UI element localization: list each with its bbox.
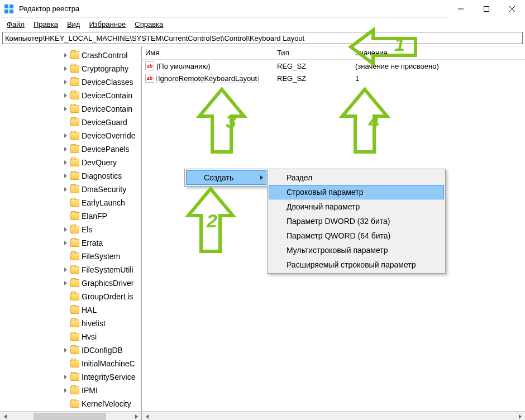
tree-item-label: Errata	[82, 238, 103, 247]
tree-item[interactable]: DevQuery	[0, 156, 141, 169]
address-bar[interactable]: Компьютер\HKEY_LOCAL_MACHINE\SYSTEM\Curr…	[2, 32, 523, 44]
tree-item[interactable]: DevicePanels	[0, 142, 141, 156]
tree-item[interactable]: KernelVelocity	[0, 397, 141, 411]
chevron-right-icon[interactable]	[61, 279, 69, 287]
folder-icon	[70, 78, 79, 86]
tree-h-scrollbar[interactable]	[0, 411, 141, 420]
chevron-right-icon[interactable]	[61, 386, 69, 394]
tree-item[interactable]: FileSystem	[0, 250, 141, 263]
chevron-right-icon[interactable]	[61, 346, 69, 354]
folder-icon	[70, 132, 79, 140]
chevron-right-icon[interactable]	[61, 172, 69, 180]
tree-item[interactable]: Cryptography	[0, 62, 141, 75]
tree-item-label: GroupOrderLis	[82, 292, 133, 301]
tree-item-label: CrashControl	[82, 51, 127, 60]
tree-item[interactable]: DeviceContain	[0, 89, 141, 102]
folder-icon	[70, 239, 79, 247]
tree-item[interactable]: IntegrityService	[0, 370, 141, 384]
chevron-right-icon[interactable]	[61, 185, 69, 193]
minimize-button[interactable]	[448, 0, 474, 18]
tree-item[interactable]: IDConfigDB	[0, 343, 141, 357]
tree-item[interactable]: CrashControl	[0, 49, 141, 62]
tree-item[interactable]: Diagnostics	[0, 169, 141, 183]
tree-item-label: Els	[82, 225, 92, 234]
tree-item-label: DeviceOverride	[82, 131, 135, 140]
tree-item[interactable]: DmaSecurity	[0, 183, 141, 196]
folder-icon	[70, 400, 79, 408]
context-submenu-item[interactable]: Параметр QWORD (64 бита)	[269, 228, 444, 243]
chevron-right-icon[interactable]	[61, 159, 69, 166]
close-button[interactable]	[499, 0, 525, 18]
context-item-create[interactable]: Создать	[186, 170, 266, 185]
scroll-right-icon[interactable]	[131, 412, 141, 420]
tree-item-label: DeviceContain	[82, 104, 132, 113]
context-menu[interactable]: Создать	[184, 169, 268, 187]
chevron-right-icon[interactable]	[61, 105, 69, 113]
folder-icon	[70, 105, 79, 113]
menu-favorites[interactable]: Избранное	[84, 19, 130, 30]
chevron-right-icon[interactable]	[61, 239, 69, 247]
tree-item[interactable]: hivelist	[0, 317, 141, 330]
context-submenu-item[interactable]: Раздел	[269, 170, 444, 185]
tree-item[interactable]: InitialMachineC	[0, 357, 141, 370]
tree-item[interactable]: GraphicsDriver	[0, 276, 141, 290]
folder-icon	[70, 199, 79, 207]
svg-rect-0	[4, 4, 8, 8]
tree-item[interactable]: Els	[0, 223, 141, 236]
tree-item[interactable]: Errata	[0, 236, 141, 250]
menu-file[interactable]: Файл	[2, 19, 29, 30]
value-type: REG_SZ	[277, 74, 355, 83]
tree-view[interactable]: CrashControlCryptographyDeviceClassesDev…	[0, 49, 141, 411]
tree-item[interactable]: ElanFP	[0, 209, 141, 223]
scroll-left-icon[interactable]	[0, 412, 10, 420]
tree-item[interactable]: EarlyLaunch	[0, 196, 141, 209]
tree-item[interactable]: DeviceContain	[0, 102, 141, 116]
chevron-right-icon[interactable]	[61, 92, 69, 99]
chevron-right-icon[interactable]	[61, 51, 69, 59]
context-submenu[interactable]: РазделСтроковый параметрДвоичный парамет…	[267, 169, 446, 274]
context-submenu-item[interactable]: Параметр DWORD (32 бита)	[269, 214, 444, 228]
column-type[interactable]: Тип	[274, 46, 352, 59]
tree-item[interactable]: Hvsi	[0, 330, 141, 343]
tree-item-label: Hvsi	[82, 332, 97, 341]
menu-help[interactable]: Справка	[130, 19, 168, 30]
chevron-right-icon[interactable]	[61, 373, 69, 381]
folder-icon	[70, 279, 79, 287]
list-row[interactable]: abIgnoreRemoteKeyboardLayoutREG_SZ1	[142, 72, 525, 84]
context-submenu-item[interactable]: Строковый параметр	[269, 185, 444, 199]
chevron-right-icon[interactable]	[61, 145, 69, 153]
context-submenu-item[interactable]: Мультистроковый параметр	[269, 243, 444, 257]
chevron-right-icon[interactable]	[61, 226, 69, 233]
annotation-4: 4	[369, 111, 379, 132]
chevron-right-icon[interactable]	[61, 78, 69, 86]
list-h-scrollbar[interactable]	[142, 411, 525, 420]
tree-item[interactable]: FileSystemUtili	[0, 263, 141, 276]
tree-item[interactable]: HAL	[0, 303, 141, 317]
context-submenu-item[interactable]: Расширяемый строковый параметр	[269, 257, 444, 272]
tree-item[interactable]: IPMI	[0, 384, 141, 397]
tree-item-label: KernelVelocity	[82, 399, 131, 408]
tree-item[interactable]: DeviceOverride	[0, 129, 141, 142]
tree-item-label: IPMI	[82, 386, 98, 395]
scroll-left-icon[interactable]	[142, 412, 152, 420]
menu-edit[interactable]: Правка	[29, 19, 63, 30]
scroll-right-icon[interactable]	[515, 412, 525, 420]
annotation-3: 3	[226, 111, 236, 132]
tree-item[interactable]: DeviceGuard	[0, 116, 141, 129]
chevron-right-icon[interactable]	[61, 65, 69, 73]
tree-item-label: IntegrityService	[82, 373, 135, 381]
chevron-right-icon[interactable]	[61, 266, 69, 274]
chevron-right-icon[interactable]	[61, 132, 69, 140]
column-name[interactable]: Имя	[142, 46, 274, 59]
folder-icon	[70, 333, 79, 341]
tree-item[interactable]: DeviceClasses	[0, 75, 141, 89]
list-row[interactable]: ab(По умолчанию)REG_SZ(значение не присв…	[142, 60, 525, 72]
context-item-label: Мультистроковый параметр	[287, 246, 388, 255]
context-submenu-item[interactable]: Двоичный параметр	[269, 199, 444, 214]
menu-view[interactable]: Вид	[63, 19, 85, 30]
column-value[interactable]: Значение	[352, 46, 525, 59]
tree-item[interactable]: GroupOrderLis	[0, 290, 141, 303]
scroll-thumb[interactable]	[34, 413, 106, 420]
maximize-button[interactable]	[474, 0, 499, 18]
value-name: IgnoreRemoteKeyboardLayout	[156, 74, 259, 83]
